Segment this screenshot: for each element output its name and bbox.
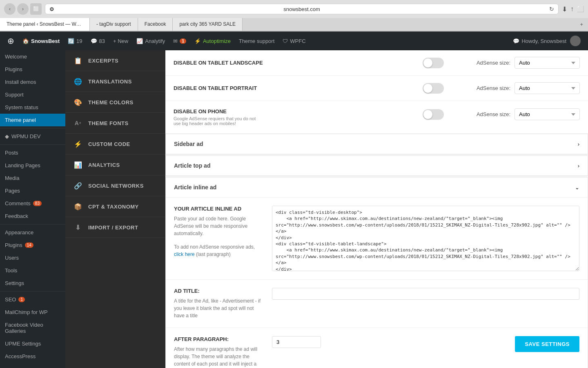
sidebar-divider-4 — [0, 291, 65, 292]
pages-label: Pages — [5, 188, 20, 194]
after-paragraph-label: AFTER PARAGRAPH: — [174, 336, 264, 342]
sidebar-item-posts[interactable]: Posts — [0, 146, 65, 159]
ad-code-textarea[interactable]: <div class="td-visible-desktop"> <a href… — [272, 206, 579, 271]
browser-tabs: Theme panel ‹ SnowsBest — WordPress ✕ - … — [0, 18, 588, 31]
wp-logo-item[interactable]: ⊕ — [4, 31, 18, 50]
wpmu-icon: ◆ — [5, 133, 9, 139]
save-settings-button[interactable]: SAVE SETTINGS — [515, 336, 579, 352]
forward-button[interactable]: › — [17, 3, 29, 15]
site-name-item[interactable]: 🏠 SnowsBest — [19, 31, 63, 50]
sidebar-item-plugins[interactable]: Plugins — [0, 63, 65, 76]
sidebar-item-seo[interactable]: SEO 1 — [0, 293, 65, 306]
analytify-item[interactable]: 📈 Analytify — [133, 31, 168, 50]
theme-support-item[interactable]: Theme support — [236, 31, 278, 50]
sidebar-item-upme[interactable]: UPME Settings — [0, 337, 65, 350]
analytics-icon: 📊 — [74, 160, 82, 169]
sidebar-item-accesspress[interactable]: AccessPress — [0, 350, 65, 363]
window-button[interactable]: ⬜ — [30, 3, 42, 15]
back-button[interactable]: ‹ — [4, 3, 16, 15]
theme-nav-colors[interactable]: 🎨 THEME COLORS — [65, 92, 165, 113]
browser-tab-3[interactable]: park city 365 YARD SALE — [173, 18, 243, 31]
click-here-link[interactable]: click here — [174, 251, 195, 257]
theme-panel-label: Theme panel — [5, 117, 36, 123]
theme-nav-fonts[interactable]: A+ THEME FONTS — [65, 113, 165, 134]
sidebar-item-users[interactable]: Users — [0, 251, 65, 264]
mailchimp-item[interactable]: ✉ 1 — [170, 31, 189, 50]
disable-tablet-portrait-label: DISABLE ON TABLET PORTRAIT — [174, 85, 423, 91]
new-tab-button[interactable]: + — [575, 18, 588, 31]
fonts-label: THEME FONTS — [88, 120, 129, 126]
sidebar-item-plugins2[interactable]: Plugins 14 — [0, 239, 65, 251]
sidebar-item-tools[interactable]: Tools — [0, 264, 65, 277]
sidebar-item-wpmu-dev[interactable]: ◆ WPMU DEV — [0, 130, 65, 143]
ad-code-description: YOUR ARTICLE INLINE AD Paste your ad cod… — [174, 206, 264, 271]
analytify-icon: 📈 — [136, 38, 143, 44]
after-paragraph-input[interactable] — [272, 336, 321, 348]
after-paragraph-controls: SAVE SETTINGS — [272, 336, 579, 352]
disable-tablet-landscape-label: DISABLE ON TABLET LANDSCAPE — [174, 60, 423, 66]
sidebar-ad-header[interactable]: Sidebar ad › — [166, 134, 588, 154]
address-text: snowsbest.com — [58, 6, 546, 12]
sidebar-item-support[interactable]: Support — [0, 88, 65, 101]
your-ad-title: YOUR ARTICLE INLINE AD — [174, 206, 264, 212]
sidebar-item-pages[interactable]: Pages — [0, 184, 65, 197]
sidebar-item-welcome[interactable]: Welcome — [0, 50, 65, 63]
adsense-select-phone[interactable]: Auto 300x250 320x50 728x90 — [514, 108, 580, 120]
sidebar-item-install-demos[interactable]: Install demos — [0, 76, 65, 88]
theme-nav-translations[interactable]: 🌐 TRANSLATIONS — [65, 71, 165, 92]
browser-tab-active[interactable]: Theme panel ‹ SnowsBest — WordPress ✕ — [0, 18, 90, 31]
sidebar-ad-chevron-icon: › — [578, 141, 579, 147]
refresh-button[interactable]: ↻ — [549, 6, 554, 12]
sidebar-item-landing-pages[interactable]: Landing Pages — [0, 159, 65, 172]
import-export-label: IMPORT / EXPORT — [88, 224, 138, 231]
theme-nav-social[interactable]: 🔗 SOCIAL NETWORKS — [65, 175, 165, 196]
disable-tablet-portrait-toggle[interactable] — [423, 83, 444, 94]
browser-address-bar[interactable]: ⚙ snowsbest.com ↻ — [45, 4, 559, 14]
updates-item[interactable]: 🔄 19 — [65, 31, 85, 50]
fonts-icon: A+ — [74, 119, 82, 128]
new-label: + New — [113, 38, 128, 44]
adsense-select-tablet-portrait[interactable]: Auto 300x250 320x50 728x90 — [514, 82, 580, 94]
sidebar-item-comments[interactable]: Comments 83 — [0, 197, 65, 210]
disable-phone-toggle[interactable] — [423, 109, 444, 120]
sidebar-divider-2 — [0, 144, 65, 145]
comment-icon: 💬 — [513, 38, 519, 44]
disable-phone-title: DISABLE ON PHONE — [174, 108, 227, 114]
feedback-label: Feedback — [5, 213, 28, 219]
theme-nav-custom-code[interactable]: ⚡ CUSTOM CODE — [65, 134, 165, 155]
wp-logo-icon: ⊕ — [7, 36, 14, 46]
theme-nav-analytics[interactable]: 📊 ANALYTICS — [65, 155, 165, 175]
theme-nav-cpt[interactable]: 📦 CPT & TAXONOMY — [65, 196, 165, 217]
sidebar-item-media[interactable]: Media — [0, 172, 65, 184]
comments-label: Comments — [5, 200, 31, 206]
sidebar-item-system-status[interactable]: System status — [0, 101, 65, 114]
adsense-select-tablet-landscape[interactable]: Auto 300x250 320x50 728x90 — [514, 57, 580, 69]
mailchimp-icon: ✉ — [173, 38, 178, 44]
sidebar-item-feedback[interactable]: Feedback — [0, 210, 65, 222]
disable-tablet-landscape-toggle[interactable] — [423, 58, 444, 68]
new-item[interactable]: + New — [110, 31, 131, 50]
article-top-ad-header[interactable]: Article top ad › — [166, 156, 588, 176]
analytify-label: Analytify — [145, 38, 165, 44]
article-inline-header[interactable]: Article inline ad ⌄ — [166, 177, 588, 197]
wpfc-item[interactable]: 🛡 WPFC — [279, 31, 309, 50]
plugins-label: Plugins — [5, 66, 22, 72]
autoptimize-item[interactable]: ⚡ Autoptimize — [191, 31, 234, 50]
browser-tab-2[interactable]: Facebook — [138, 18, 173, 31]
comments-item[interactable]: 💬 83 — [87, 31, 108, 50]
sidebar-item-mailchimp[interactable]: MailChimp for WP — [0, 306, 65, 319]
site-name: SnowsBest — [31, 38, 60, 44]
disable-phone-desc: Google AdSense requiers that you do not … — [174, 116, 263, 126]
browser-tab-1[interactable]: - tagDiv support — [90, 18, 138, 31]
ad-title-input[interactable] — [272, 288, 579, 300]
sidebar-item-appearance[interactable]: Appearance — [0, 226, 65, 239]
posts-label: Posts — [5, 150, 18, 156]
sidebar-item-theme-panel[interactable]: Theme panel — [0, 114, 65, 126]
howdy-item[interactable]: 💬 Howdy, Snowsbest — [510, 31, 584, 50]
sidebar-item-facebook-video[interactable]: Facebook Video Galleries — [0, 319, 65, 337]
autoptimize-label: Autoptimize — [203, 38, 231, 44]
theme-nav-excerpts[interactable]: 📋 EXCERPTS — [65, 50, 165, 71]
disable-tablet-landscape-controls: AdSense size: Auto 300x250 320x50 728x90 — [423, 57, 580, 69]
sidebar-item-settings[interactable]: Settings — [0, 277, 65, 289]
theme-nav-import-export[interactable]: ⬇ IMPORT / EXPORT — [65, 217, 165, 238]
